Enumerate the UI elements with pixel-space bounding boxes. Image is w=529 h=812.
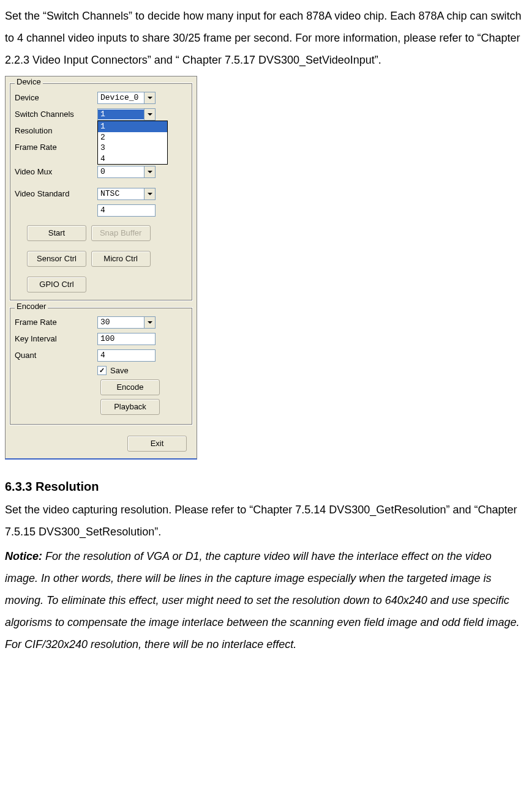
video-mux-combo[interactable]: 0 xyxy=(97,166,156,178)
device-label: Device xyxy=(15,93,97,103)
video-standard-combo[interactable]: NTSC xyxy=(97,188,156,200)
dialog-screenshot: Device Device Device_0 Switch Channels 1… xyxy=(5,76,197,460)
encoder-frame-rate-value: 30 xyxy=(98,318,144,327)
key-interval-label: Key Interval xyxy=(15,334,97,344)
save-checkbox[interactable]: ✓ xyxy=(97,366,107,375)
encoder-frame-rate-combo[interactable]: 30 xyxy=(97,316,156,329)
chevron-down-icon[interactable] xyxy=(144,166,155,177)
resolution-label: Resolution xyxy=(15,126,97,136)
switch-channels-label: Switch Channels xyxy=(15,110,97,119)
encode-button[interactable]: Encode xyxy=(100,379,160,395)
section-heading: 6.3.3 Resolution xyxy=(5,474,524,499)
dropdown-option[interactable]: 4 xyxy=(98,154,167,165)
dropdown-option[interactable]: 1 xyxy=(98,121,167,132)
device-group-title: Device xyxy=(15,77,43,87)
dropdown-option[interactable]: 2 xyxy=(98,132,167,143)
device-combo[interactable]: Device_0 xyxy=(97,92,156,104)
sensor-ctrl-button[interactable]: Sensor Ctrl xyxy=(27,251,86,267)
encoder-frame-rate-label: Frame Rate xyxy=(15,318,97,327)
exit-button[interactable]: Exit xyxy=(127,436,187,452)
video-standard-label: Video Standard xyxy=(15,189,97,199)
chevron-down-icon[interactable] xyxy=(144,317,155,328)
video-mux-label: Video Mux xyxy=(15,167,97,177)
gpio-ctrl-button[interactable]: GPIO Ctrl xyxy=(27,277,86,292)
video-standard-value: NTSC xyxy=(98,189,144,199)
device-group: Device Device Device_0 Switch Channels 1… xyxy=(9,83,193,301)
snap-buffer-button[interactable]: Snap Buffer xyxy=(91,225,151,241)
start-button[interactable]: Start xyxy=(27,225,86,241)
chevron-down-icon[interactable] xyxy=(144,92,155,103)
switch-channels-combo[interactable]: 1 1 2 3 4 xyxy=(97,108,156,121)
dropdown-option[interactable]: 3 xyxy=(98,143,167,154)
notice-paragraph: Notice: For the resolution of VGA or D1,… xyxy=(5,545,524,655)
encoder-group-title: Encoder xyxy=(15,302,48,311)
switch-channels-dropdown[interactable]: 1 2 3 4 xyxy=(97,121,168,165)
chevron-down-icon[interactable] xyxy=(144,109,155,120)
video-mux-value: 0 xyxy=(98,167,144,177)
chevron-down-icon[interactable] xyxy=(144,188,155,199)
quant-label: Quant xyxy=(15,351,97,360)
key-interval-textbox[interactable]: 100 xyxy=(97,333,156,345)
encoder-group: Encoder Frame Rate 30 Key Interval 100 Q… xyxy=(9,307,193,425)
frame-rate-label: Frame Rate xyxy=(15,143,97,152)
quant-textbox[interactable]: 4 xyxy=(97,349,156,362)
notice-label: Notice: xyxy=(5,550,42,562)
device-combo-value: Device_0 xyxy=(98,93,144,103)
micro-ctrl-button[interactable]: Micro Ctrl xyxy=(91,251,151,267)
extra-textbox[interactable]: 4 xyxy=(97,204,156,217)
section-body: Set the video capturing resolution. Plea… xyxy=(5,499,524,543)
playback-button[interactable]: Playback xyxy=(100,399,160,415)
switch-channels-value: 1 xyxy=(98,110,144,119)
save-label: Save xyxy=(110,366,129,376)
intro-paragraph: Set the “Switch Channels” to decide how … xyxy=(5,5,524,71)
notice-body: For the resolution of VGA or D1, the cap… xyxy=(5,550,520,650)
